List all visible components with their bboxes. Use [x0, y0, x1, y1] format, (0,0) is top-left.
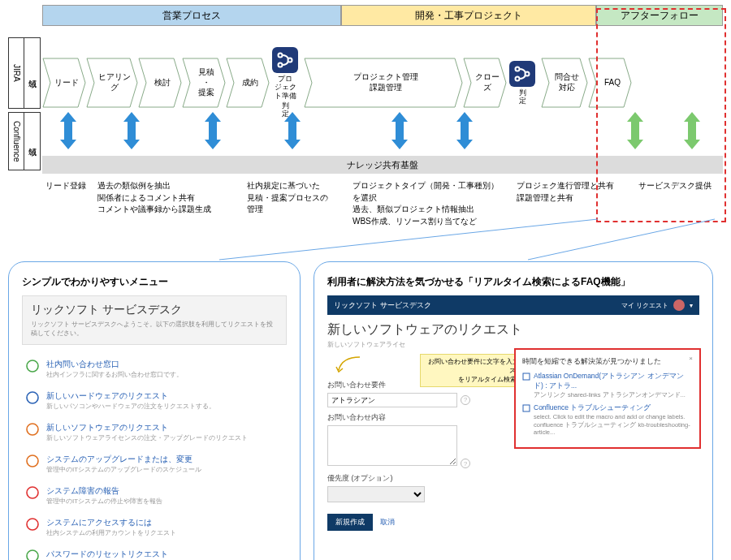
chev-lead: リード: [42, 58, 86, 108]
sd-menu-item[interactable]: システムのアップグレードまたは、変更管理中のITシステムのアップグレードのスケジ…: [22, 448, 287, 480]
callout-menu: シンプルでわかりやすいメニュー リックソフト サービスデスク リックソフト サー…: [8, 261, 301, 560]
sd-item-title: システムにアクセスするには: [46, 517, 176, 528]
body-textarea[interactable]: [327, 425, 457, 466]
sd-item-title: 新しいソフトウェアのリクエスト: [46, 422, 248, 433]
phase-sales: 営業プロセス: [42, 5, 341, 26]
sd-menu-item[interactable]: 新しいソフトウェアのリクエスト新しいソフトウェアライセンスの注文・アップグレード…: [22, 416, 287, 448]
svg-point-12: [27, 550, 38, 560]
sd-menu-item[interactable]: 新しいハードウェアのリクエスト新しいパソコンやハードウェアの注文をリクエストする…: [22, 385, 287, 416]
faq-result-item[interactable]: Atlassian OnDemand(アトラシアン オンデマンド) : アトラ.…: [522, 372, 693, 399]
faq-item-desc: select. Click to edit the macro and add …: [534, 413, 693, 437]
updown-arrow-icon: [123, 112, 140, 149]
request-type-icon: [25, 390, 40, 405]
help-icon[interactable]: ?: [461, 395, 470, 405]
request-type-icon: [25, 549, 40, 560]
updown-arrow-icon: [456, 112, 473, 149]
sd-menu-item[interactable]: システム障害の報告管理中のITシステムの停止や障害を報告: [22, 480, 287, 511]
field-label: お問い合わせ内容: [327, 412, 490, 423]
field-label: お問い合わせ要件: [327, 380, 490, 390]
axis-confluence: Confluence: [8, 112, 24, 170]
axis-jira: JIRA: [8, 37, 24, 109]
close-icon[interactable]: ×: [689, 355, 693, 362]
subject-input[interactable]: [327, 393, 457, 407]
sd-menu-item[interactable]: システムにアクセスするには社内システムの利用アカウントをリクエスト: [22, 511, 287, 543]
svg-point-9: [27, 455, 38, 467]
sd-menu-item[interactable]: 社内問い合わせ窓口社内インフラに関するお問い合わせ窓口です。: [22, 353, 287, 385]
svg-rect-14: [523, 405, 530, 411]
chev-review: 検討: [138, 58, 182, 108]
note: リード登録: [45, 180, 94, 192]
phase-bar: 営業プロセス 開発・工事プロジェクト アフターフォロー: [42, 5, 723, 26]
create-button[interactable]: 新規作成: [327, 514, 373, 531]
my-requests-link[interactable]: マイ リクエスト: [621, 301, 668, 310]
phase-after: アフターフォロー: [596, 5, 723, 26]
chev-hearing: ヒアリング: [86, 58, 138, 108]
priority-select[interactable]: [327, 486, 425, 502]
svg-point-1: [279, 63, 283, 67]
svg-point-7: [27, 392, 38, 403]
sd-title: リックソフト サービスデスク: [31, 303, 278, 317]
avatar[interactable]: [673, 299, 685, 311]
field-priority: 優先度 (オプション): [327, 473, 490, 502]
chev-inquiry: 問合せ 対応: [541, 58, 588, 108]
faq-item-desc: アンリンク shared-links アトラシアンオンデマンド...: [534, 391, 693, 399]
phase-dev: 開発・工事プロジェクト: [341, 5, 596, 26]
faq-item-title: Atlassian OnDemand(アトラシアン オンデマンド) : アトラ.…: [534, 372, 693, 391]
sd-item-title: システム障害の報告: [46, 485, 162, 497]
chev-pm: プロジェクト管理 課題管理: [304, 58, 463, 108]
svg-point-0: [279, 54, 283, 58]
svg-point-4: [516, 76, 520, 80]
faq-result-item[interactable]: Confluence トラブルシューティングselect. Click to e…: [522, 403, 693, 437]
sd-item-title: システムのアップグレードまたは、変更: [46, 454, 201, 465]
cancel-button[interactable]: 取消: [380, 517, 395, 528]
sd-item-desc: 社内インフラに関するお問い合わせ窓口です。: [46, 370, 183, 379]
branch-icon: [509, 61, 535, 87]
note: プロジェクトタイプ（開発・工事種別） を選択 過去、類似プロジェクト情報抽出 W…: [353, 180, 515, 227]
chev-close: クロー ズ: [463, 58, 507, 108]
sd-item-desc: 新しいパソコンやハードウェアの注文をリクエストする。: [46, 402, 215, 411]
sd-menu-item[interactable]: パスワードのリセットリクエスト社内システムの既存のパスワードをリセット: [22, 543, 287, 560]
updown-arrow-icon: [205, 112, 221, 149]
process-diagram: 営業プロセス 開発・工事プロジェクト アフターフォロー JIRA 領域 Conf…: [8, 5, 723, 26]
sync-arrows: [42, 112, 723, 157]
breadcrumb: リックソフト サービスデスク: [334, 300, 431, 311]
note: サービスデスク提供: [638, 180, 720, 192]
request-header-bar: リックソフト サービスデスク マイ リクエスト▾: [327, 295, 699, 315]
svg-point-11: [27, 519, 38, 530]
updown-arrow-icon: [60, 112, 76, 149]
chev-contract: 成約: [226, 58, 270, 108]
sd-item-desc: 管理中のITシステムの停止や障害を報告: [46, 497, 162, 506]
branch-icon: [272, 47, 298, 73]
request-type-icon: [25, 422, 40, 437]
help-icon[interactable]: ?: [461, 459, 470, 468]
axis-jira-area: 領域: [24, 37, 41, 109]
sd-item-desc: 社内システムの利用アカウントをリクエスト: [46, 528, 176, 537]
svg-point-3: [516, 67, 520, 71]
axis-confluence-area: 領域: [24, 112, 41, 170]
sd-item-title: パスワードのリセットリクエスト: [46, 549, 176, 560]
sd-item-desc: 新しいソフトウェアライセンスの注文・アップグレードのリクエスト: [46, 433, 248, 442]
callout-title: 利用者に解決方法を気づかせる「リアルタイム検索によるFAQ機能」: [327, 275, 699, 289]
sd-header: リックソフト サービスデスク リックソフト サービスデスクへようこそ。以下の選択…: [22, 295, 287, 345]
sd-item-title: 社内問い合わせ窓口: [46, 359, 183, 370]
updown-arrow-icon: [391, 112, 408, 149]
field-body: お問い合わせ内容 ?: [327, 412, 490, 468]
svg-point-8: [27, 424, 38, 435]
request-type-icon: [25, 517, 40, 532]
note: プロジェク進行管理と共有 課題管理と共有: [517, 180, 630, 204]
chev-estimate: 見積 ・ 提案: [182, 58, 226, 108]
chevron-row: リード ヒアリング 検討 見積 ・ 提案 成約 プロ ジェク ト準備 判 定 プ…: [42, 47, 632, 118]
updown-arrow-icon: [284, 112, 301, 149]
callout-faq: 利用者に解決方法を気づかせる「リアルタイム検索によるFAQ機能」 リックソフト …: [314, 261, 713, 560]
chev-faq: FAQ: [588, 58, 632, 108]
page-title: 新しいソフトウェアのリクエスト: [327, 321, 699, 338]
hint-arrow-icon: [334, 355, 361, 373]
callout-title: シンプルでわかりやすいメニュー: [22, 275, 287, 289]
document-icon: [522, 404, 530, 412]
svg-rect-13: [523, 373, 530, 380]
faq-item-title: Confluence トラブルシューティング: [534, 403, 693, 413]
note: 過去の類似例を抽出 関係者によるコメント共有 コメントや議事録から課題生成: [97, 180, 227, 216]
sd-item-desc: 管理中のITシステムのアップグレードのスケジュール: [46, 465, 201, 474]
svg-point-6: [27, 360, 38, 372]
chevron-down-icon[interactable]: ▾: [690, 302, 693, 309]
